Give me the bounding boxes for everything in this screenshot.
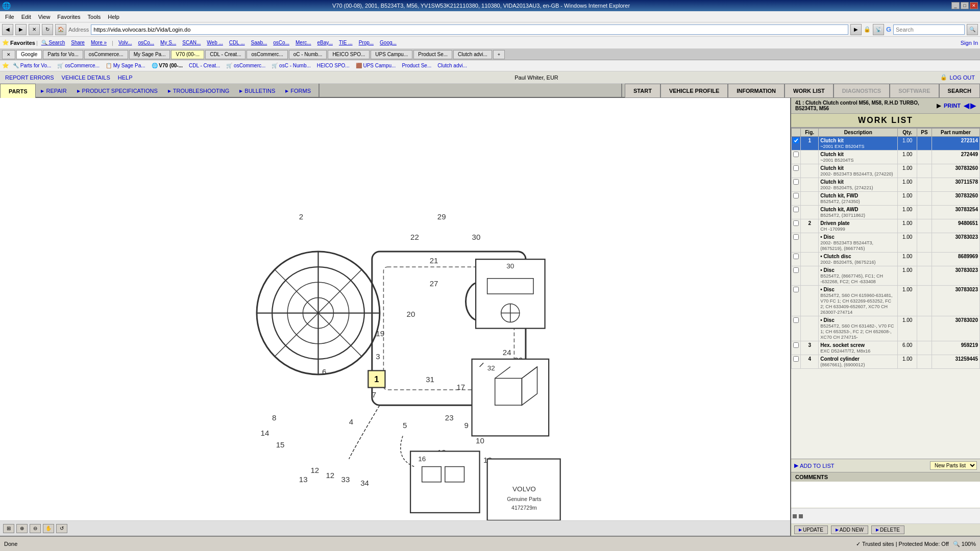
go-button[interactable]: ▶ [850,24,862,35]
link2-heico[interactable]: HEICO SPO... [314,62,352,69]
link-goog[interactable]: Goog... [377,39,399,46]
table-row[interactable]: Clutch kit2002- B5234T3 B5244T3, (274220… [792,164,980,178]
tab-osc[interactable]: oC - Numb... [289,50,327,59]
link2-clutch[interactable]: Clutch advi... [435,62,470,69]
zoom-out-button[interactable]: ⊖ [30,524,41,533]
address-input[interactable] [91,24,848,35]
rss-button[interactable]: 📡 [873,24,884,35]
tab-ups[interactable]: UPS Campu... [371,50,412,59]
nav-repair[interactable]: REPAIR [36,84,71,98]
tab-clutch[interactable]: Clutch advi... [453,50,492,59]
row-checkbox[interactable] [793,356,799,362]
parts-list-dropdown[interactable]: New Parts list [930,461,977,470]
row-checkbox[interactable] [793,254,799,259]
table-row[interactable]: Clutch kit, AWDB5254T2, (30711862) 1.00 … [792,206,980,219]
reset-button[interactable]: ↺ [56,524,67,533]
tab-oscomm2[interactable]: osCommerc... [247,50,287,59]
nav-information[interactable]: INFORMATION [728,84,785,98]
row-checkbox[interactable] [793,179,799,185]
link2-mysage[interactable]: 📋 My Sage Pa... [103,62,148,69]
nav-search[interactable]: SEARCH [939,84,980,98]
maximize-button[interactable]: □ [961,2,969,9]
row-checkbox[interactable] [793,234,799,240]
row-checkbox[interactable] [793,220,799,226]
table-row[interactable]: Clutch kit~2001 B5204TS 1.00 272449 [792,151,980,164]
table-row[interactable]: 3 Hex. socket screwEXC D5244T/T2, M8x16 … [792,341,980,355]
search-go-button[interactable]: 🔍 [967,24,978,35]
link2-osc[interactable]: 🛒 osC - Numb... [269,62,313,69]
link-scan[interactable]: SCAN... [180,39,203,46]
link-share[interactable]: Share [68,39,87,46]
delete-button[interactable]: DELETE [871,525,904,534]
menu-file[interactable]: File [2,13,17,21]
link2-oscomm2[interactable]: 🛒 osCommerc... [224,62,268,69]
table-row[interactable]: Clutch kit2002- B5204T5, (274221) 1.00 3… [792,178,980,192]
link-tie[interactable]: TIE ... [336,39,355,46]
link-volv[interactable]: Volv... [116,39,135,46]
row-checkbox[interactable] [793,317,799,323]
refresh-button[interactable]: ↻ [42,24,53,35]
nav-start[interactable]: START [625,84,660,98]
table-row[interactable]: 4 Control cylinder(8667661), (6900012) 1… [792,355,980,369]
zoom-fit-button[interactable]: ⊞ [3,524,14,533]
update-button[interactable]: UPDATE [794,525,828,534]
minimize-button[interactable]: _ [951,2,960,9]
tab-oscommer[interactable]: osCommerce... [84,50,128,59]
table-row[interactable]: 1 Clutch kit~2001 EXC B5204TS 1.00 27231… [792,137,980,151]
link-more[interactable]: More » [88,39,109,46]
search-input[interactable] [893,24,965,35]
menu-tools[interactable]: Tools [85,13,104,21]
row-checkbox[interactable] [793,207,799,212]
nav-product-specs[interactable]: PRODUCT SPECIFICATIONS [72,84,163,98]
link-cdl[interactable]: CDL ... [227,39,248,46]
tab-new[interactable]: + [493,50,505,59]
link2-oscomm[interactable]: 🛒 osCommerce... [55,62,102,69]
link2-ups[interactable]: 🟫 UPS Campu... [353,62,399,69]
row-checkbox[interactable] [793,193,799,198]
tab-product[interactable]: Product Se... [413,50,452,59]
tab-cdl[interactable]: CDL - Creat... [205,50,246,59]
nav-work-list[interactable]: WORK LIST [785,84,834,98]
tab-google[interactable]: Google [16,50,42,59]
add-new-button[interactable]: ADD NEW [831,525,868,534]
pan-button[interactable]: ✋ [43,524,54,533]
row-checkbox[interactable] [793,267,799,273]
row-checkbox[interactable] [793,342,799,348]
table-row[interactable]: • Clutch disc2002- B5204T5, (8675216) 1.… [792,253,980,266]
back-button[interactable]: ◀ [2,24,13,35]
prev-arrow[interactable]: ◀ [964,102,969,110]
tab-mysage[interactable]: My Sage Pa... [129,50,170,59]
nav-troubleshooting[interactable]: TROUBLESHOOTING [163,84,235,98]
forward-button[interactable]: ▶ [15,24,27,35]
menu-edit[interactable]: Edit [18,13,34,21]
row-checkbox[interactable] [793,138,799,143]
vehicle-details-link[interactable]: VEHICLE DETAILS [62,74,110,81]
sign-in-link[interactable]: Sign In [961,40,978,46]
table-row[interactable]: • DiscB5254T2, S60 CH 615960-631481, V70… [792,286,980,316]
link-osco1[interactable]: osCo... [135,39,157,46]
comments-textarea[interactable] [791,482,980,507]
nav-diagnostics[interactable]: DIAGNOSTICS [834,84,890,98]
link2-parts[interactable]: 🔧 Parts for Vo... [10,62,54,69]
link2-v70[interactable]: 🌐 V70 (00-... [149,62,185,69]
table-row[interactable]: • DiscB5254T2, (8667745), FC1; CH -63226… [792,266,980,286]
menu-help[interactable]: Help [105,13,122,21]
stop-button[interactable]: ✕ [29,24,40,35]
logout-link[interactable]: LOG OUT [949,74,975,81]
add-to-list-button[interactable]: ADD TO LIST [800,463,834,469]
row-checkbox[interactable] [793,287,799,292]
help-link[interactable]: HELP [118,74,133,81]
row-checkbox[interactable] [793,152,799,157]
table-row[interactable]: Clutch kit, FWDB5254T2, (274350) 1.00 30… [792,192,980,206]
tab-heico[interactable]: HEICO SPO... [328,50,370,59]
home-button[interactable]: 🏠 [55,24,66,35]
parts-table-scroll[interactable]: Fig. Description Qty. PS Part number 1 C… [791,128,980,459]
tab-close[interactable]: ✕ [2,50,15,59]
report-errors-link[interactable]: REPORT ERRORS [5,74,54,81]
link-web[interactable]: Web ... [204,39,226,46]
nav-forms[interactable]: FORMS [280,84,316,98]
link2-cdl[interactable]: CDL - Creat... [186,62,223,69]
link2-product[interactable]: Product Se... [399,62,434,69]
link-merc[interactable]: Merc... [293,39,314,46]
tab-v70[interactable]: V70 (00-... [171,50,204,59]
